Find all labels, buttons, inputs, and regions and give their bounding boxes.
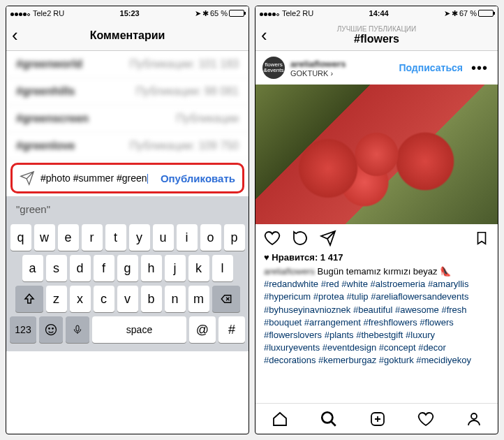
key-b[interactable]: b: [141, 286, 162, 312]
space-key[interactable]: space: [92, 316, 186, 343]
suggestion-row[interactable]: #greenworldПубликации: 101 183: [6, 51, 249, 78]
key-k[interactable]: k: [188, 255, 209, 281]
suggestion-row[interactable]: #greenhillsПубликации: 98 081: [6, 78, 249, 105]
hashtag[interactable]: #byhuseyinavnioznek: [264, 305, 353, 315]
hashtag[interactable]: #white: [341, 279, 370, 289]
hashtag[interactable]: #plants: [325, 330, 357, 340]
username[interactable]: areliaflowers: [290, 59, 393, 69]
key-t[interactable]: t: [105, 224, 126, 251]
hashtag[interactable]: #luxuryevents: [264, 342, 323, 353]
emoji-key[interactable]: [39, 316, 63, 343]
numbers-key[interactable]: 123: [10, 316, 36, 343]
hashtag[interactable]: #areliaflowersandevents: [371, 291, 468, 302]
hashtag[interactable]: #arrangement: [304, 317, 364, 328]
key-w[interactable]: w: [34, 224, 55, 251]
more-button[interactable]: •••: [468, 60, 491, 76]
activity-tab[interactable]: [417, 411, 434, 427]
clock: 14:44: [369, 9, 389, 17]
key-o[interactable]: o: [200, 224, 221, 251]
hashtag[interactable]: #kemerburgaz: [318, 355, 379, 365]
hashtag[interactable]: #awesome: [395, 305, 441, 315]
hashtag[interactable]: #flowers: [420, 317, 453, 328]
hashtag[interactable]: #thebestgift: [356, 330, 406, 340]
follow-button[interactable]: Подписаться: [399, 62, 463, 73]
key-l[interactable]: l: [212, 255, 233, 281]
likes-count[interactable]: ♥ Нравится: 1 417: [255, 252, 498, 265]
add-tab[interactable]: [369, 411, 386, 427]
hashtag[interactable]: #gokturk: [379, 355, 416, 365]
like-icon[interactable]: [264, 230, 281, 247]
hashtag[interactable]: #freshflowers: [363, 317, 420, 328]
hashtag[interactable]: #redandwhite: [264, 279, 321, 289]
hashtag[interactable]: #concept: [379, 342, 418, 353]
key-d[interactable]: d: [70, 255, 91, 281]
backspace-key[interactable]: [212, 286, 240, 312]
right-screenshot: Tele2 RU 14:44 ➤ ✱ 67 % ‹ ЛУЧШИЕ ПУБЛИКА…: [255, 6, 498, 434]
shift-key[interactable]: [15, 286, 43, 312]
key-a[interactable]: a: [22, 255, 43, 281]
key-m[interactable]: m: [188, 286, 209, 312]
key-f[interactable]: f: [94, 255, 114, 281]
key-x[interactable]: x: [70, 286, 91, 312]
bluetooth-icon: ✱: [202, 9, 209, 18]
at-key[interactable]: @: [189, 316, 216, 343]
hashtag[interactable]: #hypericum: [264, 291, 313, 302]
avatar[interactable]: flowers &events: [262, 57, 285, 79]
key-n[interactable]: n: [165, 286, 186, 312]
comment-input-box: #photo #summer #green Опубликовать: [10, 163, 244, 193]
home-tab[interactable]: [272, 411, 288, 427]
hashtag[interactable]: #amaryllis: [428, 279, 469, 289]
caption-username[interactable]: areliaflowers: [264, 266, 315, 277]
key-p[interactable]: p: [224, 224, 245, 251]
key-j[interactable]: j: [165, 255, 186, 281]
hashtag[interactable]: #luxury: [406, 330, 435, 340]
bookmark-icon[interactable]: [474, 230, 489, 247]
hashtag[interactable]: #eventdesign: [323, 342, 379, 353]
key-g[interactable]: g: [117, 255, 138, 281]
comment-icon[interactable]: [292, 230, 309, 247]
key-u[interactable]: u: [153, 224, 174, 251]
publish-button[interactable]: Опубликовать: [161, 173, 235, 184]
suggestion-row[interactable]: #greenscreenПубликации: [6, 105, 249, 133]
suggestion-row[interactable]: #greenloveПубликации: 109 750: [6, 133, 249, 160]
profile-tab[interactable]: [466, 411, 482, 427]
hashtag[interactable]: #tulip: [347, 291, 371, 302]
key-v[interactable]: v: [117, 286, 138, 312]
hashtag[interactable]: #decorations: [264, 355, 318, 365]
key-e[interactable]: e: [58, 224, 79, 251]
key-r[interactable]: r: [82, 224, 103, 251]
key-h[interactable]: h: [141, 255, 162, 281]
hashtag[interactable]: #red: [321, 279, 342, 289]
action-bar: [255, 224, 498, 252]
keyboard-suggestion-bar[interactable]: "green": [6, 196, 249, 221]
key-q[interactable]: q: [10, 224, 31, 251]
key-y[interactable]: y: [129, 224, 150, 251]
comment-text[interactable]: #photo #summer #green: [40, 172, 155, 184]
key-s[interactable]: s: [46, 255, 67, 281]
mic-key[interactable]: [66, 316, 89, 343]
share-icon[interactable]: [320, 230, 336, 247]
key-c[interactable]: c: [94, 286, 114, 312]
signal-dots-icon: [10, 9, 31, 17]
key-z[interactable]: z: [46, 286, 67, 312]
paper-plane-icon: [20, 170, 35, 186]
hash-key[interactable]: #: [218, 316, 245, 343]
hashtag[interactable]: #fresh: [441, 305, 466, 315]
location[interactable]: GOKTURK ›: [290, 69, 393, 78]
key-i[interactable]: i: [177, 224, 198, 251]
search-tab[interactable]: [320, 410, 338, 428]
battery-icon: [229, 10, 244, 17]
left-screenshot: Tele2 RU 15:23 ➤ ✱ 65 % ‹ Комментарии #g…: [6, 6, 249, 434]
battery-icon: [478, 10, 494, 17]
nav-bar: ‹ ЛУЧШИЕ ПУБЛИКАЦИИ #flowers: [255, 20, 498, 51]
hashtag[interactable]: #mecidiyekoy: [416, 355, 471, 365]
shoe-emoji-icon: 👠: [440, 266, 451, 277]
hashtag[interactable]: #protea: [313, 291, 347, 302]
hashtag[interactable]: #alstroemeria: [371, 279, 428, 289]
post-photo[interactable]: [255, 85, 498, 224]
hashtag[interactable]: #flowerslovers: [264, 330, 325, 340]
page-title: ЛУЧШИЕ ПУБЛИКАЦИИ #flowers: [255, 25, 498, 45]
hashtag[interactable]: #beautiful: [353, 305, 395, 315]
hashtag[interactable]: #bouquet: [264, 317, 304, 328]
hashtag[interactable]: #decor: [418, 342, 446, 353]
